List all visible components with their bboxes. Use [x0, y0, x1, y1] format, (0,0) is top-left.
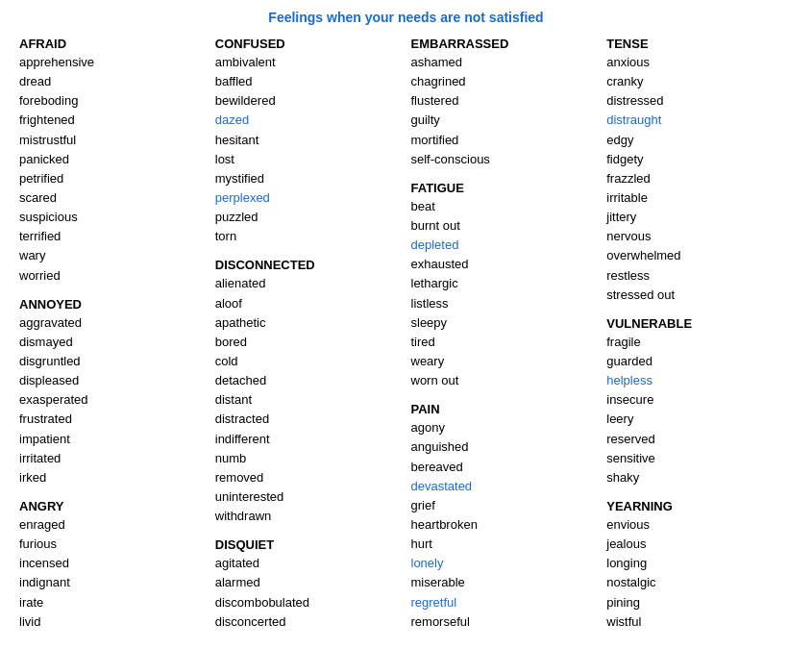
word-item: disconcerted	[215, 612, 402, 632]
category-header-disquiet: DISQUIET	[215, 537, 402, 552]
word-item: sensitive	[606, 449, 793, 468]
category-header-fatigue: FATIGUE	[411, 181, 598, 195]
word-item: petrified	[19, 169, 206, 188]
word-item: puzzled	[215, 208, 402, 227]
word-item: flustered	[411, 91, 598, 111]
word-item: irked	[19, 468, 206, 487]
word-item: enraged	[19, 515, 206, 535]
word-item: envious	[606, 515, 793, 535]
word-item: worn out	[411, 371, 598, 390]
word-item: torn	[215, 227, 402, 246]
word-item: aloof	[215, 294, 402, 313]
category-header-embarrassed: EMBARRASSED	[411, 37, 598, 51]
word-item: mortified	[411, 131, 598, 150]
word-item: tired	[411, 333, 598, 352]
word-item: baffled	[215, 72, 402, 91]
word-item: irritable	[606, 188, 793, 208]
word-item: leery	[606, 410, 793, 429]
word-item: guarded	[606, 352, 793, 371]
word-item: dread	[19, 72, 206, 91]
word-item: regretful	[411, 593, 598, 612]
word-item: mystified	[215, 169, 402, 188]
word-item: frazzled	[606, 169, 793, 188]
category-header-pain: PAIN	[411, 402, 598, 416]
category-header-afraid: AFRAID	[19, 37, 206, 51]
word-item: shaky	[606, 468, 793, 487]
word-item: impatient	[19, 430, 206, 449]
word-item: irate	[19, 593, 206, 612]
category-header-disconnected: DISCONNECTED	[215, 258, 402, 272]
word-item: pining	[606, 593, 793, 612]
word-item: exhausted	[411, 255, 598, 274]
category-header-angry: ANGRY	[19, 499, 206, 513]
word-item: panicked	[19, 150, 206, 169]
content-columns: AFRAIDapprehensivedreadforebodingfrighte…	[14, 37, 798, 632]
word-item: heartbroken	[411, 515, 598, 535]
word-item: alienated	[215, 274, 402, 293]
word-item: agitated	[215, 554, 402, 573]
word-item: burnt out	[411, 216, 598, 236]
word-item: disgruntled	[19, 352, 206, 371]
word-item: listless	[411, 294, 598, 313]
category-header-yearning: YEARNING	[606, 499, 793, 513]
column-1: AFRAIDapprehensivedreadforebodingfrighte…	[14, 37, 210, 632]
word-item: aggravated	[19, 313, 206, 333]
word-item: lost	[215, 150, 402, 169]
word-item: wistful	[606, 612, 793, 632]
word-item: jealous	[606, 535, 793, 554]
word-item: uninterested	[215, 487, 402, 507]
word-item: perplexed	[215, 188, 402, 208]
word-item: displeased	[19, 371, 206, 390]
word-item: detached	[215, 371, 402, 390]
word-item: nervous	[606, 227, 793, 246]
word-item: apathetic	[215, 313, 402, 333]
word-item: frightened	[19, 111, 206, 130]
word-item: mistrustful	[19, 131, 206, 150]
word-item: scared	[19, 188, 206, 208]
word-item: dazed	[215, 111, 402, 130]
word-item: reserved	[606, 430, 793, 449]
word-item: anguished	[411, 437, 598, 457]
word-item: distant	[215, 390, 402, 410]
word-item: bewildered	[215, 91, 402, 111]
word-item: hesitant	[215, 131, 402, 150]
column-4: TENSEanxiouscrankydistresseddistraughted…	[602, 37, 798, 632]
word-item: self-conscious	[411, 150, 598, 169]
word-item: fragile	[606, 333, 793, 352]
word-item: foreboding	[19, 91, 206, 111]
category-header-vulnerable: VULNERABLE	[606, 316, 793, 331]
word-item: terrified	[19, 227, 206, 246]
word-item: chagrined	[411, 72, 598, 91]
word-item: hurt	[411, 535, 598, 554]
word-item: discombobulated	[215, 593, 402, 612]
word-item: bereaved	[411, 458, 598, 477]
word-item: miserable	[411, 573, 598, 592]
word-item: agony	[411, 418, 598, 437]
word-item: grief	[411, 496, 598, 515]
word-item: irritated	[19, 449, 206, 468]
word-item: furious	[19, 535, 206, 554]
word-item: jittery	[606, 208, 793, 227]
word-item: bored	[215, 333, 402, 352]
word-item: insecure	[606, 390, 793, 410]
word-item: lethargic	[411, 274, 598, 293]
word-item: edgy	[606, 131, 793, 150]
word-item: distressed	[606, 91, 793, 111]
column-2: CONFUSEDambivalentbaffledbewildereddazed…	[210, 37, 406, 632]
word-item: livid	[19, 612, 206, 632]
word-item: indignant	[19, 573, 206, 592]
word-item: dismayed	[19, 333, 206, 352]
word-item: incensed	[19, 554, 206, 573]
word-item: alarmed	[215, 573, 402, 592]
word-item: withdrawn	[215, 507, 402, 526]
word-item: worried	[19, 266, 206, 286]
word-item: ashamed	[411, 53, 598, 72]
word-item: devastated	[411, 477, 598, 496]
word-item: distracted	[215, 410, 402, 429]
word-item: numb	[215, 449, 402, 468]
word-item: nostalgic	[606, 573, 793, 592]
word-item: frustrated	[19, 410, 206, 429]
word-item: ambivalent	[215, 53, 402, 72]
word-item: fidgety	[606, 150, 793, 169]
word-item: cold	[215, 352, 402, 371]
